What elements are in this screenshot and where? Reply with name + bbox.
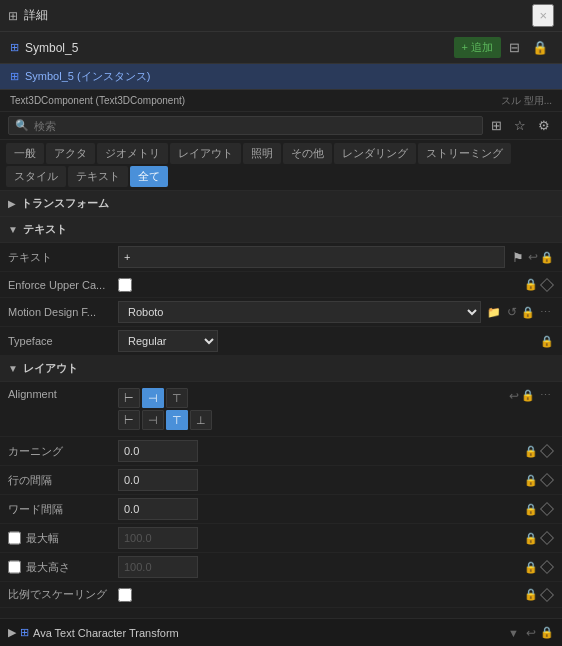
max-height-checkbox[interactable] [8,560,21,574]
motion-font-more-button[interactable]: ⋯ [537,305,554,320]
add-button[interactable]: + 追加 [454,37,501,58]
kerning-diamond-icon[interactable] [540,444,554,458]
word-spacing-label: ワード間隔 [8,502,118,517]
typeface-lock-icon[interactable]: 🔒 [540,335,554,348]
word-spacing-value-area [118,498,520,520]
alignment-row-bottom: ⊢ ⊣ ⊤ ⊥ [118,410,212,430]
bottom-right-icons: ▼ ↩ 🔒 [505,626,554,640]
layout-icon-button[interactable]: ⊟ [505,38,524,57]
grid-view-button[interactable]: ⊞ [487,116,506,135]
tab-text[interactable]: テキスト [68,166,128,187]
bottom-left-arrow-icon[interactable]: ▶ [8,626,16,639]
typeface-select[interactable]: Regular [118,330,218,352]
proportional-scaling-prop-icons: 🔒 [524,588,554,602]
font-select[interactable]: Roboto [118,301,481,323]
tab-lighting[interactable]: 照明 [243,143,281,164]
line-spacing-lock-icon[interactable]: 🔒 [524,474,538,487]
max-width-diamond-icon[interactable] [540,531,554,545]
tab-layout[interactable]: レイアウト [170,143,241,164]
max-height-lock-icon[interactable]: 🔒 [524,561,538,574]
details-panel: ⊞ 詳細 × ⊞ Symbol_5 + 追加 ⊟ 🔒 ⊞ Symbol_5 (イ… [0,0,562,646]
text-lock-icon[interactable]: 🔒 [540,251,554,264]
text-input-field[interactable] [118,246,505,268]
proportional-scaling-value-area [118,588,520,602]
word-spacing-input[interactable] [118,498,198,520]
bottom-label: Ava Text Character Transform [33,627,505,639]
tab-other[interactable]: その他 [283,143,332,164]
bottom-lock-icon[interactable]: 🔒 [540,626,554,640]
motion-font-lock-icon[interactable]: 🔒 [521,306,535,319]
bottom-undo-icon[interactable]: ↩ [526,626,536,640]
component-row: Text3DComponent (Text3DComponent) スル 型用.… [0,90,562,112]
proportional-scaling-lock-icon[interactable]: 🔒 [524,588,538,601]
bottom-dropdown-button[interactable]: ▼ [505,626,522,640]
align-center-button[interactable]: ⊣ [142,388,164,408]
tab-general[interactable]: 一般 [6,143,44,164]
alignment-row: Alignment ⊢ ⊣ ⊤ ⊢ ⊣ ⊤ ⊥ [0,382,562,437]
tab-streaming[interactable]: ストリーミング [418,143,511,164]
transform-section-header[interactable]: ▶ トランスフォーム [0,191,562,217]
kerning-input[interactable] [118,440,198,462]
object-name: Symbol_5 [25,41,454,55]
text-undo-icon[interactable]: ↩ [528,250,538,264]
tab-all[interactable]: 全て [130,166,168,187]
tab-style[interactable]: スタイル [6,166,66,187]
star-button[interactable]: ☆ [510,116,530,135]
layout-section-header[interactable]: ▼ レイアウト [0,356,562,382]
layout-section-arrow-icon: ▼ [8,363,18,374]
settings-button[interactable]: ⚙ [534,116,554,135]
word-spacing-prop-icons: 🔒 [524,502,554,516]
instance-name: Symbol_5 (インスタンス) [25,69,150,84]
align-top-button[interactable]: ⊢ [118,410,140,430]
tab-rendering[interactable]: レンダリング [334,143,416,164]
enforce-uppercase-lock-icon[interactable]: 🔒 [524,278,538,291]
max-height-input[interactable] [118,556,198,578]
alignment-lock-icon[interactable]: 🔒 [521,389,535,402]
word-spacing-lock-icon[interactable]: 🔒 [524,503,538,516]
alignment-more-button[interactable]: ⋯ [537,388,554,403]
enforce-uppercase-value-area [118,278,520,292]
component-type: スル 型用... [501,94,552,108]
max-width-row: 最大幅 🔒 [0,524,562,553]
word-spacing-diamond-icon[interactable] [540,502,554,516]
layout-section-title: レイアウト [23,361,78,376]
align-middle-button[interactable]: ⊣ [142,410,164,430]
line-spacing-input[interactable] [118,469,198,491]
component-name: Text3DComponent (Text3DComponent) [10,95,501,106]
align-bottom-button[interactable]: ⊤ [166,410,188,430]
alignment-undo-icon[interactable]: ↩ [509,389,519,403]
font-folder-button[interactable]: 📁 [484,305,504,320]
max-height-diamond-icon[interactable] [540,560,554,574]
align-right-button[interactable]: ⊤ [166,388,188,408]
font-refresh-icon[interactable]: ↺ [507,305,517,319]
line-spacing-diamond-icon[interactable] [540,473,554,487]
max-width-input[interactable] [118,527,198,549]
motion-design-font-label: Motion Design F... [8,306,118,318]
lock-icon-button[interactable]: 🔒 [528,38,552,57]
close-button[interactable]: × [532,4,554,27]
max-height-row: 最大高さ 🔒 [0,553,562,582]
enforce-uppercase-diamond-icon[interactable] [540,277,554,291]
tab-geometry[interactable]: ジオメトリ [97,143,168,164]
max-width-checkbox[interactable] [8,531,21,545]
proportional-scaling-diamond-icon[interactable] [540,587,554,601]
bottom-bar: ▶ ⊞ Ava Text Character Transform ▼ ↩ 🔒 [0,618,562,646]
line-spacing-value-area [118,469,520,491]
search-input[interactable] [34,120,476,132]
object-header: ⊞ Symbol_5 + 追加 ⊟ 🔒 [0,32,562,64]
align-baseline-button[interactable]: ⊥ [190,410,212,430]
max-width-lock-icon[interactable]: 🔒 [524,532,538,545]
tab-acta[interactable]: アクタ [46,143,95,164]
text-property-value-area: ⚑ [118,246,524,268]
text-section-header[interactable]: ▼ テキスト [0,217,562,243]
max-height-value-area [118,556,520,578]
align-left-button[interactable]: ⊢ [118,388,140,408]
alignment-value-area: ⊢ ⊣ ⊤ ⊢ ⊣ ⊤ ⊥ [118,388,505,430]
flag-icon[interactable]: ⚑ [512,250,524,265]
enforce-uppercase-checkbox[interactable] [118,278,132,292]
text-property-label: テキスト [8,250,118,265]
kerning-lock-icon[interactable]: 🔒 [524,445,538,458]
max-width-label-area: 最大幅 [8,531,118,546]
search-input-wrap: 🔍 [8,116,483,135]
proportional-scaling-checkbox[interactable] [118,588,132,602]
